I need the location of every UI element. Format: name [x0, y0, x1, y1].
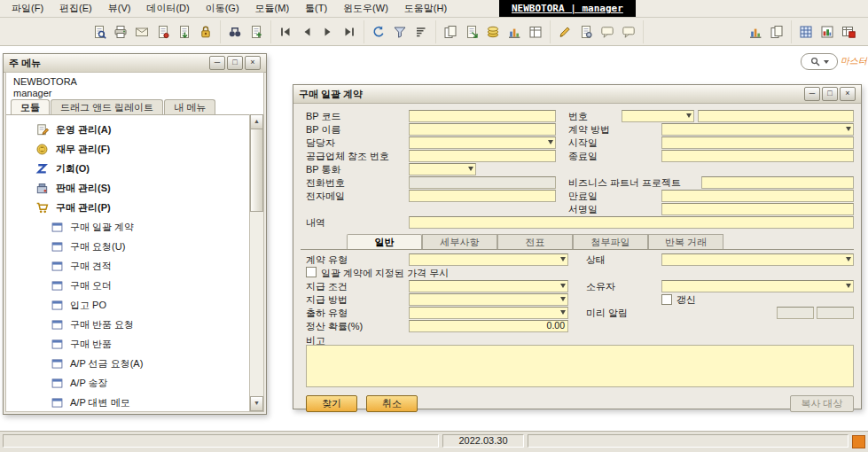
payment-means-icon[interactable]	[483, 21, 503, 43]
tab-general[interactable]: 일반	[347, 234, 422, 250]
bp-code-field[interactable]	[409, 110, 556, 122]
menu-item-data[interactable]: 데이터(D)	[138, 0, 197, 17]
print-preview-icon[interactable]	[90, 21, 109, 43]
tab-drag-relate[interactable]: 드래그 앤드 릴레이트	[51, 99, 163, 114]
tab-documents[interactable]: 전표	[497, 234, 573, 249]
filter-icon[interactable]	[390, 21, 410, 43]
menu-item-purchase-order[interactable]: 구매 오더	[6, 276, 249, 295]
phone-field[interactable]	[409, 176, 556, 189]
cancel-button[interactable]: 취소	[366, 395, 418, 412]
menu-item-goods-return[interactable]: 구매 반품	[6, 334, 249, 354]
menu-item-file[interactable]: 파일(F)	[4, 0, 51, 17]
ignore-prices-checkbox[interactable]	[306, 267, 317, 277]
tab-attachments[interactable]: 첨부파일	[573, 234, 648, 249]
menu-item-edit[interactable]: 편집(E)	[51, 0, 100, 17]
status-select[interactable]	[661, 253, 854, 266]
send-email-icon[interactable]	[132, 21, 152, 43]
agreement-type-select[interactable]	[409, 253, 568, 266]
end-date-field[interactable]	[661, 150, 854, 162]
payment-method-select[interactable]	[409, 293, 568, 306]
menu-item-goto[interactable]: 이동(G)	[198, 0, 247, 17]
menu-item-ap-invoice[interactable]: A/P 송장	[6, 373, 249, 393]
email-field[interactable]	[409, 190, 556, 202]
alerts-overview-icon[interactable]	[839, 21, 858, 43]
tab-my-menu[interactable]: 내 메뉴	[164, 99, 215, 114]
settlement-probability-field[interactable]: 0.00	[409, 320, 568, 332]
start-date-field[interactable]	[661, 136, 854, 149]
contact-person-select[interactable]	[409, 136, 556, 149]
menu-item-purchase-request[interactable]: 구매 요청(U)	[6, 237, 249, 256]
scroll-down-icon[interactable]: ▼	[250, 396, 263, 411]
scrollbar[interactable]: ▲ ▼	[249, 114, 263, 411]
analytics-icon[interactable]	[746, 21, 765, 43]
menu-item-modules[interactable]: 모듈(M)	[247, 0, 298, 17]
main-menu-titlebar[interactable]: 주 메뉴 ─ □ ×	[4, 54, 266, 73]
bp-currency-select[interactable]	[409, 163, 476, 175]
menu-item-window[interactable]: 윈도우(W)	[335, 0, 396, 17]
dashboard-icon[interactable]	[817, 21, 837, 43]
menu-item-help[interactable]: 도움말(H)	[396, 0, 455, 17]
scroll-up-icon[interactable]: ▲	[250, 114, 263, 129]
scroll-thumb[interactable]	[250, 129, 263, 212]
gross-profit-icon[interactable]	[504, 21, 524, 43]
status-alert-indicator[interactable]	[852, 435, 865, 448]
add-icon[interactable]	[246, 21, 266, 43]
maximize-button[interactable]: □	[822, 87, 838, 101]
global-search-button[interactable]	[801, 53, 838, 70]
refresh-icon[interactable]	[369, 21, 388, 43]
menu-item-goods-receipt-po[interactable]: 입고 PO	[6, 295, 249, 315]
menu-item-ap-credit-memo[interactable]: A/P 대변 메모	[6, 393, 249, 411]
signing-date-field[interactable]	[661, 203, 854, 215]
bp-project-field[interactable]	[701, 176, 854, 189]
number-field[interactable]	[698, 110, 854, 122]
next-record-icon[interactable]	[318, 21, 338, 43]
find-button[interactable]: 찾기	[306, 395, 357, 412]
remind-unit-field[interactable]	[817, 307, 854, 319]
module-opportunities[interactable]: 기회(O)	[6, 159, 249, 178]
edit-icon[interactable]	[555, 21, 575, 43]
maximize-button[interactable]: □	[227, 56, 243, 70]
messages-icon[interactable]	[598, 21, 617, 43]
menu-item-purchase-blanket-agreement[interactable]: 구매 일괄 계약	[6, 217, 249, 237]
first-record-icon[interactable]	[276, 21, 295, 43]
remind-value-field[interactable]	[777, 307, 814, 319]
menu-item-purchase-quotation[interactable]: 구매 견적	[6, 256, 249, 276]
renewal-checkbox[interactable]	[661, 294, 672, 305]
shipping-type-select[interactable]	[409, 307, 568, 319]
send-sms-icon[interactable]	[153, 21, 173, 43]
reports-icon[interactable]	[767, 21, 786, 43]
remarks-textarea[interactable]	[306, 345, 854, 387]
previous-record-icon[interactable]	[297, 21, 317, 43]
sort-icon[interactable]	[411, 21, 431, 43]
workflow-icon[interactable]	[796, 21, 816, 43]
module-administration[interactable]: 운영 관리(A)	[6, 120, 249, 139]
tab-modules[interactable]: 모듈	[11, 99, 50, 114]
module-financials[interactable]: 재무 관리(F)	[6, 139, 249, 159]
number-series-select[interactable]	[622, 110, 694, 122]
owner-select[interactable]	[661, 280, 854, 292]
module-sales[interactable]: 판매 관리(S)	[6, 178, 249, 198]
payment-terms-select[interactable]	[409, 280, 568, 292]
form-settings-icon[interactable]	[576, 21, 596, 43]
menu-item-view[interactable]: 뷰(V)	[100, 0, 139, 17]
agreement-method-select[interactable]	[661, 123, 854, 136]
print-icon[interactable]	[111, 21, 130, 43]
menu-item-ap-down-payment-request[interactable]: A/P 선금 요청(A)	[6, 354, 249, 373]
termination-date-field[interactable]	[661, 190, 854, 202]
last-record-icon[interactable]	[340, 21, 359, 43]
find-icon[interactable]	[225, 21, 245, 43]
description-field[interactable]	[409, 216, 854, 229]
base-document-icon[interactable]	[441, 21, 460, 43]
menu-item-goods-return-request[interactable]: 구매 반품 요청	[6, 315, 249, 334]
minimize-button[interactable]: ─	[804, 87, 820, 101]
close-button[interactable]: ×	[840, 87, 856, 101]
module-purchasing[interactable]: 구매 관리(P)	[6, 198, 249, 217]
lock-screen-icon[interactable]	[196, 21, 215, 43]
vendor-ref-field[interactable]	[409, 150, 556, 162]
agreement-titlebar[interactable]: 구매 일괄 계약 ─ □ ×	[293, 85, 861, 104]
tab-details[interactable]: 세부사항	[422, 234, 497, 249]
copy-to-button[interactable]: 복사 대상	[790, 395, 854, 412]
comments-icon[interactable]	[619, 21, 638, 43]
bp-name-field[interactable]	[409, 123, 556, 136]
tab-recurring[interactable]: 반복 거래	[648, 234, 723, 249]
